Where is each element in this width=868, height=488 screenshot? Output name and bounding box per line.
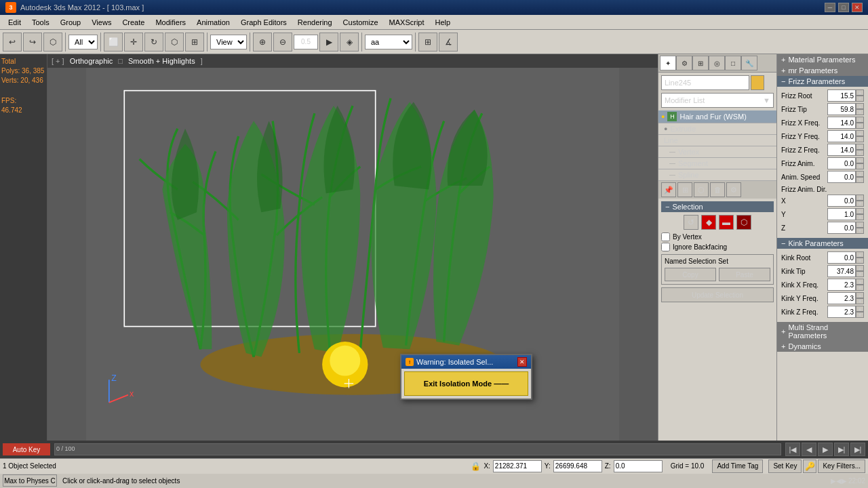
next-frame-button[interactable]: ▶| — [834, 443, 849, 456]
rotate-button[interactable]: ↻ — [144, 33, 163, 52]
frizz-dir-y-input[interactable] — [827, 208, 856, 220]
redo-button[interactable]: ↪ — [23, 33, 42, 52]
undo-button[interactable]: ↩ — [3, 33, 22, 52]
menu-rendering[interactable]: Rendering — [292, 17, 338, 28]
kink-z-down[interactable]: ▼ — [856, 312, 864, 318]
menu-create[interactable]: Create — [117, 17, 150, 28]
frizz-anim-input[interactable] — [827, 157, 856, 169]
selection-header[interactable]: − Selection — [661, 201, 774, 212]
mr-params-header[interactable]: + mr Parameters — [777, 65, 868, 76]
dir-y-up[interactable]: ▲ — [856, 208, 864, 214]
frizz-params-header[interactable]: − Frizz Parameters — [777, 76, 868, 87]
stack-item-segment[interactable]: — Segment — [658, 158, 776, 169]
kink-root-input[interactable] — [827, 251, 856, 264]
kink-tip-up[interactable]: ▲ — [856, 265, 864, 271]
configure-modifier-button[interactable]: ⚙ — [726, 182, 741, 197]
frizz-x-freq-input[interactable] — [827, 117, 856, 129]
stack-item-spline[interactable]: — Spline — [658, 169, 776, 181]
minimize-button[interactable]: ─ — [825, 3, 835, 12]
sel-segment-button[interactable]: ▬ — [719, 215, 734, 230]
tab-utilities[interactable]: 🔧 — [741, 56, 757, 70]
ignore-backfacing-checkbox[interactable] — [661, 243, 670, 251]
mirror-button[interactable]: ⊞ — [185, 33, 204, 52]
tab-modify[interactable]: ⚙ — [676, 56, 692, 70]
tab-display[interactable]: □ — [725, 56, 741, 70]
scene-area[interactable]: Z x ! Warning: Isolated Sel... ✕ — [47, 68, 658, 441]
anim-speed-down[interactable]: ▼ — [856, 177, 864, 183]
x-coord-input[interactable] — [493, 460, 542, 472]
frizz-z-down[interactable]: ▼ — [856, 150, 864, 156]
kink-y-up[interactable]: ▲ — [856, 292, 864, 298]
kink-y-down[interactable]: ▼ — [856, 298, 864, 304]
pin-stack-button[interactable]: 📌 — [661, 182, 676, 197]
key-filters-icon[interactable]: 🔑 — [803, 460, 816, 473]
auto-key-button[interactable]: Auto Key — [3, 443, 50, 455]
warning-close-button[interactable]: ✕ — [517, 357, 527, 367]
prev-frame-button[interactable]: ◀ — [802, 443, 816, 456]
menu-views[interactable]: Views — [86, 17, 117, 28]
go-end-button[interactable]: ▶| — [850, 443, 865, 456]
frizz-x-up[interactable]: ▲ — [856, 117, 864, 123]
stack-item-vertex[interactable]: — Vertex — [658, 146, 776, 158]
dir-z-down[interactable]: ▼ — [856, 228, 864, 234]
physics-button[interactable]: Max to Physes C — [3, 474, 57, 487]
playback-controls[interactable]: ▶◀▶ — [831, 477, 847, 485]
modifier-list-dropdown[interactable]: Modifier List ▼ — [661, 93, 774, 108]
kink-root-up[interactable]: ▲ — [856, 251, 864, 258]
menu-graph-editors[interactable]: Graph Editors — [235, 17, 292, 28]
menu-edit[interactable]: Edit — [3, 17, 26, 28]
kink-x-down[interactable]: ▼ — [856, 285, 864, 291]
menu-animation[interactable]: Animation — [191, 17, 235, 28]
multi-strand-header[interactable]: + Multi Strand Parameters — [777, 322, 868, 341]
zoom-value[interactable]: 0.5 — [294, 35, 318, 49]
frizz-anim-up[interactable]: ▲ — [856, 157, 864, 163]
frizz-root-down[interactable]: ▼ — [856, 96, 864, 102]
set-key-button[interactable]: Set Key — [768, 460, 802, 473]
close-button[interactable]: ✕ — [852, 3, 863, 12]
menu-help[interactable]: Help — [430, 17, 456, 28]
tab-hierarchy[interactable]: ⊞ — [692, 56, 709, 70]
kink-root-down[interactable]: ▼ — [856, 258, 864, 264]
zoom-out-button[interactable]: ⊖ — [273, 33, 292, 52]
anim-speed-input[interactable] — [827, 171, 856, 183]
frizz-y-freq-input[interactable] — [827, 130, 856, 142]
y-coord-input[interactable] — [553, 460, 602, 472]
menu-modifiers[interactable]: Modifiers — [150, 17, 191, 28]
play-button[interactable]: ▶ — [818, 443, 833, 456]
maximize-button[interactable]: □ — [838, 3, 849, 12]
named-sel-select[interactable]: aa — [365, 35, 412, 49]
sel-vertex-button[interactable]: ◆ — [701, 215, 716, 230]
dir-x-up[interactable]: ▲ — [856, 195, 864, 201]
menu-tools[interactable]: Tools — [26, 17, 55, 28]
viewport[interactable]: [ + ] Orthographic □ Smooth + Highlights… — [47, 54, 658, 441]
move-button[interactable]: ✛ — [124, 33, 143, 52]
by-vertex-checkbox[interactable] — [661, 232, 670, 241]
update-selection-button[interactable]: Update Selection — [661, 287, 774, 302]
sel-spline-button[interactable]: ⬡ — [736, 215, 751, 230]
exit-isolation-button[interactable]: Exit Isolation Mode —— — [404, 371, 528, 396]
stack-item-line[interactable]: Line — [658, 135, 776, 146]
frizz-dir-z-input[interactable] — [827, 222, 856, 234]
frizz-dir-x-input[interactable] — [827, 195, 856, 207]
remove-modifier-button[interactable]: 🗑 — [710, 182, 725, 197]
dir-z-up[interactable]: ▲ — [856, 222, 864, 228]
material-params-header[interactable]: + Material Parameters — [777, 54, 868, 65]
frizz-z-freq-input[interactable] — [827, 144, 856, 156]
stack-item-extrude[interactable]: ● Extrude — [658, 123, 776, 135]
frizz-anim-down[interactable]: ▼ — [856, 163, 864, 169]
select-region-button[interactable]: ⬜ — [104, 33, 123, 52]
kink-x-freq-input[interactable] — [827, 279, 856, 291]
snap-button[interactable]: ⊞ — [418, 33, 437, 52]
frizz-z-up[interactable]: ▲ — [856, 144, 864, 150]
paste-button[interactable]: Paste — [719, 268, 770, 281]
kink-z-freq-input[interactable] — [827, 306, 856, 318]
frizz-root-input[interactable] — [827, 89, 856, 102]
frizz-y-up[interactable]: ▲ — [856, 130, 864, 136]
angle-snap-button[interactable]: ∡ — [439, 33, 458, 52]
render-button[interactable]: ▶ — [319, 33, 338, 52]
anim-speed-up[interactable]: ▲ — [856, 171, 864, 177]
dir-y-down[interactable]: ▼ — [856, 214, 864, 220]
dir-x-down[interactable]: ▼ — [856, 201, 864, 207]
tab-create[interactable]: ✦ — [660, 56, 676, 70]
sel-reset-button[interactable]: ↺ — [684, 215, 698, 230]
